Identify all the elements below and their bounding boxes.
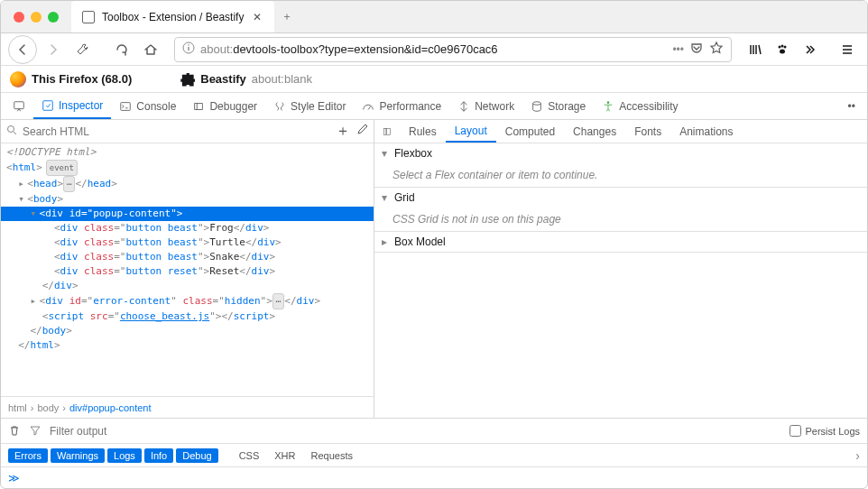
library-icon[interactable]: [743, 37, 768, 62]
tab-network[interactable]: Network: [449, 93, 522, 119]
breadcrumb-item[interactable]: html: [8, 402, 27, 413]
tab-performance[interactable]: Performance: [354, 93, 449, 119]
info-icon[interactable]: [182, 42, 195, 57]
devtools-tabs: Inspector Console Debugger Style Editor …: [1, 93, 867, 120]
section-header[interactable]: Flexbox: [374, 143, 867, 163]
svg-point-11: [607, 101, 610, 104]
pill-requests[interactable]: Requests: [305, 448, 359, 463]
eyedropper-icon[interactable]: [356, 124, 368, 139]
breadcrumbs[interactable]: html › body › div#popup-content: [1, 396, 374, 418]
window-close[interactable]: [14, 12, 24, 23]
console-prompt[interactable]: ≫: [1, 466, 867, 488]
extension-name: Beastify: [200, 72, 246, 86]
flexbox-body: Select a Flex container or item to conti…: [374, 163, 867, 187]
tab-console[interactable]: Console: [111, 93, 184, 119]
puzzle-icon: [180, 72, 195, 87]
search-input[interactable]: [23, 125, 330, 138]
breadcrumb-item[interactable]: body: [37, 402, 59, 413]
breadcrumb-item[interactable]: div#popup-content: [69, 402, 152, 413]
rtab-computed[interactable]: Computed: [496, 120, 564, 143]
pill-info[interactable]: Info: [144, 448, 173, 463]
dom-tree[interactable]: <!DOCTYPE html> <html>event <head>⋯</hea…: [1, 143, 374, 396]
rtab-animations[interactable]: Animations: [670, 120, 742, 143]
boxmodel-section: Box Model: [374, 232, 867, 253]
svg-rect-13: [384, 128, 386, 134]
svg-point-10: [533, 101, 541, 105]
nav-toolbar: about:devtools-toolbox?type=extension&id…: [1, 33, 867, 66]
pill-css[interactable]: CSS: [233, 448, 266, 463]
star-icon[interactable]: [709, 41, 724, 58]
right-tabs: Rules Layout Computed Changes Fonts Anim…: [374, 120, 867, 143]
tab-inspector[interactable]: Inspector: [33, 93, 111, 119]
url-bar[interactable]: about:devtools-toolbox?type=extension&id…: [174, 37, 732, 62]
pill-debug[interactable]: Debug: [176, 448, 217, 463]
close-icon[interactable]: ✕: [251, 11, 263, 23]
layout-toggle-icon[interactable]: [374, 120, 400, 143]
paw-icon[interactable]: [770, 37, 795, 62]
menu-icon[interactable]: [835, 37, 860, 62]
devtools-meatball[interactable]: ••: [840, 93, 863, 119]
more-icon[interactable]: •••: [672, 43, 684, 56]
console-filter-bar: Persist Logs: [1, 418, 867, 443]
svg-point-1: [188, 44, 189, 46]
dom-node-selected: <div id="popup-content">: [1, 207, 374, 221]
tools-button[interactable]: [69, 37, 95, 62]
reload-button[interactable]: [109, 37, 134, 62]
firefox-version: This Firefox (68.0): [32, 72, 132, 86]
rtab-fonts[interactable]: Fonts: [625, 120, 670, 143]
svg-point-5: [784, 45, 787, 48]
firefox-icon: [10, 71, 26, 88]
tab-storage[interactable]: Storage: [522, 93, 594, 119]
svg-point-3: [779, 45, 781, 48]
forward-button[interactable]: [41, 37, 66, 62]
iframe-picker[interactable]: [5, 93, 33, 119]
section-header[interactable]: Grid: [374, 188, 867, 208]
svg-point-12: [8, 126, 14, 133]
console-pill-bar: Errors Warnings Logs Info Debug CSS XHR …: [1, 443, 867, 466]
trash-icon[interactable]: [8, 424, 21, 438]
tab-title: Toolbox - Extension / Beastify: [102, 11, 244, 23]
grid-section: Grid CSS Grid is not in use on this page: [374, 188, 867, 232]
rtab-rules[interactable]: Rules: [400, 120, 446, 143]
tab-debugger[interactable]: Debugger: [184, 93, 265, 119]
svg-rect-14: [386, 128, 390, 134]
svg-point-4: [781, 44, 784, 47]
inspector-body: ＋ <!DOCTYPE html> <html>event <head>⋯</h…: [1, 120, 867, 418]
pill-logs[interactable]: Logs: [107, 448, 142, 463]
flexbox-section: Flexbox Select a Flex container or item …: [374, 143, 867, 188]
tab-favicon: [82, 11, 95, 23]
pill-errors[interactable]: Errors: [8, 448, 48, 463]
tab-accessibility[interactable]: Accessibility: [594, 93, 686, 119]
pill-warnings[interactable]: Warnings: [51, 448, 105, 463]
browser-tab[interactable]: Toolbox - Extension / Beastify ✕: [71, 1, 274, 32]
url-text: about:devtools-toolbox?type=extension&id…: [200, 42, 667, 56]
window-zoom[interactable]: [48, 12, 59, 23]
svg-rect-9: [121, 102, 131, 110]
home-button[interactable]: [138, 37, 163, 62]
rtab-changes[interactable]: Changes: [564, 120, 625, 143]
svg-rect-2: [188, 47, 189, 51]
overflow-icon[interactable]: [797, 37, 822, 62]
grid-body: CSS Grid is not in use on this page: [374, 208, 867, 231]
new-tab-button[interactable]: ＋: [274, 1, 300, 32]
extension-url: about:blank: [252, 72, 312, 86]
filter-input[interactable]: [50, 425, 780, 438]
rtab-layout[interactable]: Layout: [446, 120, 496, 143]
add-node-button[interactable]: ＋: [336, 122, 350, 141]
pocket-icon[interactable]: [689, 41, 704, 58]
chevron-right-icon[interactable]: ›: [855, 448, 860, 463]
dom-panel: ＋ <!DOCTYPE html> <html>event <head>⋯</h…: [1, 120, 374, 418]
svg-point-6: [780, 49, 785, 53]
section-header[interactable]: Box Model: [374, 232, 867, 252]
svg-rect-8: [43, 100, 53, 110]
window-titlebar: Toolbox - Extension / Beastify ✕ ＋: [1, 1, 867, 33]
back-button[interactable]: [8, 35, 37, 64]
extension-header: This Firefox (68.0) Beastify about:blank: [1, 66, 867, 93]
persist-logs-toggle[interactable]: Persist Logs: [790, 425, 860, 437]
window-minimize[interactable]: [31, 12, 42, 23]
svg-rect-7: [14, 101, 24, 108]
dom-search-row: ＋: [1, 120, 374, 143]
search-icon: [6, 125, 17, 138]
tab-style-editor[interactable]: Style Editor: [265, 93, 354, 119]
pill-xhr[interactable]: XHR: [268, 448, 301, 463]
